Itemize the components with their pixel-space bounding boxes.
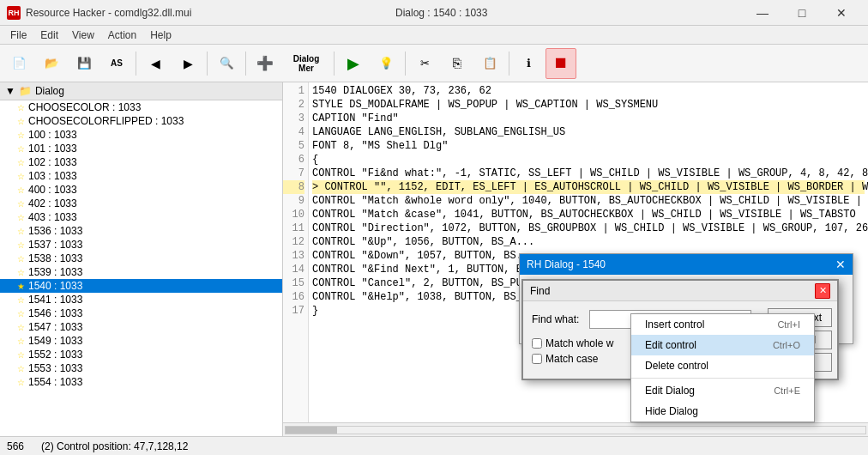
line-number: 3 (283, 112, 304, 125)
sidebar: ▼ 📁 Dialog ☆ CHOOSECOLOR : 1033 ☆ CHOOSE… (0, 82, 283, 436)
code-line: { (312, 153, 865, 167)
code-line: 1540 DIALOGEX 30, 73, 236, 62 (312, 84, 865, 98)
rh-dialog-close-button[interactable]: ✕ (835, 258, 846, 271)
sidebar-item[interactable]: ☆ CHOOSECOLOR : 1033 (0, 100, 282, 114)
match-case-checkbox[interactable] (532, 354, 542, 364)
menu-file[interactable]: File (3, 27, 33, 43)
sidebar-item-label: 1547 : 1033 (28, 321, 82, 333)
sidebar-item[interactable]: ☆ 402 : 1033 (0, 197, 282, 210)
add-resource-icon: ➕ (256, 55, 274, 71)
save-button[interactable]: 💾 (69, 48, 99, 79)
save-as-button[interactable]: AS (101, 48, 132, 79)
sidebar-header: ▼ 📁 Dialog (0, 82, 282, 100)
code-line: LANGUAGE LANG_ENGLISH, SUBLANG_ENGLISH_U… (312, 125, 865, 139)
sidebar-item[interactable]: ☆ CHOOSECOLORFLIPPED : 1033 (0, 114, 282, 128)
context-menu-shortcut: Ctrl+O (773, 340, 800, 350)
maximize-button[interactable]: □ (782, 0, 822, 26)
sidebar-item[interactable]: ☆ 1547 : 1033 (0, 320, 282, 334)
title-bar-left: RH Resource Hacker - comdlg32.dll.mui (7, 6, 191, 20)
context-menu-item-hide-dialog[interactable]: Hide Dialog (631, 401, 814, 422)
context-menu-item-edit-dialog[interactable]: Edit Dialog Ctrl+E (631, 380, 814, 401)
dialog-menu-button[interactable]: DialogMer (282, 48, 330, 79)
window-controls: — □ ✕ (743, 0, 861, 26)
sidebar-item[interactable]: ☆ 1549 : 1033 (0, 334, 282, 348)
info-button[interactable]: ℹ (513, 48, 544, 79)
menu-view[interactable]: View (65, 27, 101, 43)
forward-button[interactable]: ▶ (172, 48, 203, 79)
sidebar-item-label: 1549 : 1033 (28, 335, 82, 347)
idea-button[interactable]: 💡 (371, 48, 401, 79)
back-button[interactable]: ◀ (140, 48, 171, 79)
context-menu-item-insert[interactable]: Insert control Ctrl+I (631, 314, 814, 335)
star-icon: ☆ (17, 158, 25, 167)
sidebar-item-label: 1546 : 1033 (28, 307, 82, 319)
menu-edit[interactable]: Edit (33, 27, 65, 43)
menu-bar: File Edit View Action Help (0, 26, 868, 45)
sidebar-item-label: 403 : 1033 (28, 211, 77, 223)
sidebar-item[interactable]: ☆ 102 : 1033 (0, 155, 282, 169)
line-number: 16 (283, 290, 304, 304)
paste-button[interactable]: 📋 (474, 48, 505, 79)
new-button[interactable]: 📄 (3, 48, 34, 79)
sidebar-item-label: 1541 : 1033 (28, 294, 82, 306)
sidebar-item[interactable]: ☆ 103 : 1033 (0, 169, 282, 183)
line-number: 11 (283, 221, 304, 235)
copy-icon: ⎘ (453, 56, 461, 71)
code-line: STYLE DS_MODALFRAME | WS_POPUP | WS_CAPT… (312, 98, 865, 112)
context-menu-item-delete[interactable]: Delete control (631, 355, 814, 376)
context-menu-separator (631, 378, 814, 379)
code-line: CONTROL "Fi&nd what:", -1, STATIC, SS_LE… (312, 167, 865, 180)
star-icon: ☆ (17, 199, 25, 209)
sidebar-item[interactable]: ☆ 1536 : 1033 (0, 224, 282, 238)
context-menu-label: Delete control (645, 360, 708, 372)
sidebar-item[interactable]: ☆ 1552 : 1033 (0, 348, 282, 361)
context-menu-shortcut: Ctrl+I (777, 319, 800, 330)
sidebar-item-label: 1554 : 1033 (28, 376, 82, 388)
match-whole-checkbox[interactable] (532, 338, 542, 349)
find-dialog-close-button[interactable]: ✕ (815, 283, 830, 299)
cut-button[interactable]: ✂ (409, 48, 440, 79)
sidebar-item[interactable]: ☆ 1553 : 1033 (0, 361, 282, 375)
sidebar-item[interactable]: ☆ 1537 : 1033 (0, 238, 282, 252)
toolbar-separator-5 (405, 52, 406, 76)
sidebar-item[interactable]: ☆ 403 : 1033 (0, 210, 282, 224)
dialog-menu-icon: DialogMer (293, 54, 320, 73)
open-button[interactable]: 📂 (36, 48, 67, 79)
menu-action[interactable]: Action (101, 27, 143, 43)
search-button[interactable]: 🔍 (211, 48, 242, 79)
sidebar-expand-icon[interactable]: ▼ (5, 85, 15, 97)
context-menu-shortcut: Ctrl+E (774, 385, 800, 396)
sidebar-item[interactable]: ☆ 400 : 1033 (0, 183, 282, 197)
sidebar-item-label: 1539 : 1033 (28, 266, 82, 278)
star-icon: ☆ (17, 227, 25, 236)
copy-button[interactable]: ⎘ (442, 48, 473, 79)
stop-button[interactable]: ⏹ (546, 48, 576, 79)
sidebar-item[interactable]: ☆ 1546 : 1033 (0, 306, 282, 320)
add-resource-button[interactable]: ➕ (250, 48, 280, 79)
line-number: 5 (283, 139, 304, 153)
app-logo: RH (7, 6, 21, 20)
menu-help[interactable]: Help (143, 27, 178, 43)
sidebar-item[interactable]: ☆ 101 : 1033 (0, 142, 282, 155)
sidebar-item[interactable]: ☆ 1539 : 1033 (0, 265, 282, 279)
close-button[interactable]: ✕ (822, 0, 861, 26)
sidebar-item-label: 1536 : 1033 (28, 225, 82, 237)
sidebar-item-label: 1552 : 1033 (28, 349, 82, 361)
run-button[interactable]: ▶ (338, 48, 369, 79)
star-icon: ☆ (17, 213, 25, 222)
sidebar-item[interactable]: ☆ 1538 : 1033 (0, 252, 282, 265)
context-menu-label: Edit control (645, 339, 696, 351)
horizontal-scrollbar[interactable] (283, 422, 868, 436)
minimize-button[interactable]: — (743, 0, 782, 26)
context-menu-item-edit[interactable]: Edit control Ctrl+O (631, 335, 814, 355)
sidebar-item[interactable]: ☆ 1541 : 1033 (0, 293, 282, 306)
sidebar-item[interactable]: ☆ 1554 : 1033 (0, 375, 282, 389)
status-position: (2) Control position: 47,7,128,12 (41, 440, 188, 452)
sidebar-item-label: 400 : 1033 (28, 184, 77, 196)
line-numbers: 1 2 3 4 5 6 7 8 9 10 11 12 13 14 15 16 1… (283, 82, 309, 422)
sidebar-item[interactable]: ☆ 100 : 1033 (0, 128, 282, 142)
sidebar-item-selected[interactable]: ★ 1540 : 1033 (0, 279, 282, 293)
code-line: FONT 8, "MS Shell Dlg" (312, 139, 865, 153)
paste-icon: 📋 (483, 57, 497, 70)
line-number: 8 (283, 180, 304, 194)
